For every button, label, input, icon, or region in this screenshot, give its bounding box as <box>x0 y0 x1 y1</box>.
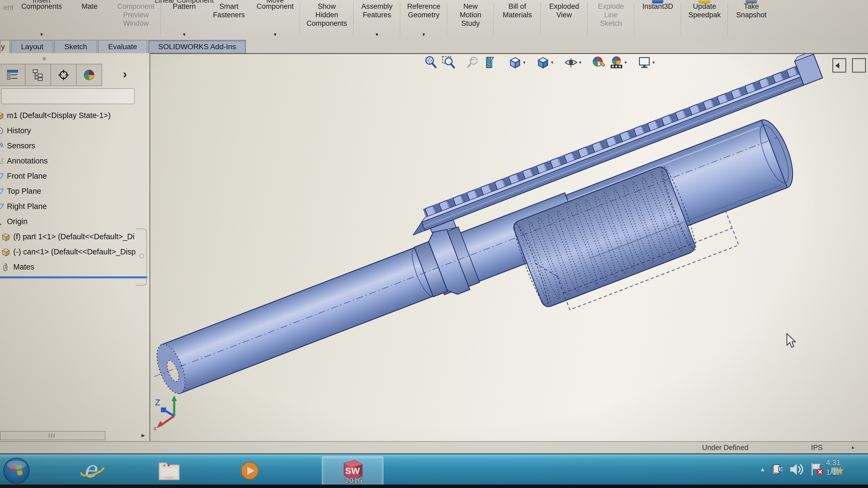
zoom-to-fit-button[interactable]: ▾ <box>424 56 438 69</box>
toolbar-button-mate[interactable]: Mate ▾ <box>67 0 112 39</box>
tree-item-front-plane[interactable]: Front Plane <box>0 168 150 184</box>
tree-item-right-plane[interactable]: Right Plane <box>0 199 150 214</box>
hidden-icons-arrow[interactable]: ▲ <box>760 466 765 473</box>
toolbar-separator[interactable]: ▾ <box>634 3 634 36</box>
restore-window-icon[interactable] <box>832 58 846 72</box>
toolbar-button-fragment[interactable]: ent ▾ <box>1 0 16 39</box>
toolbar-button-linear-component-pattern[interactable]: Linear Component Pattern ▾ <box>162 0 207 39</box>
featuremanager-tab[interactable] <box>0 64 26 86</box>
tree-item-top-plane[interactable]: Top Plane <box>0 184 150 199</box>
toolbar-button-component-preview-window[interactable]: Component Preview Window ▾ <box>112 0 160 39</box>
dropdown-arrow-icon[interactable]: ▾ <box>652 60 655 65</box>
toolbar-separator[interactable]: ▾ <box>494 3 494 36</box>
section-view-button[interactable]: ▾ <box>484 56 498 69</box>
dropdown-arrow-icon[interactable]: ▾ <box>624 60 627 65</box>
dropdown-arrow-icon[interactable]: ▾ <box>40 30 43 39</box>
panel-flyout-handle[interactable] <box>135 229 147 286</box>
hud-button-icon <box>484 56 498 69</box>
feature-tree: m1 (Default<Display State-1>) History Se… <box>0 108 150 274</box>
file-explorer-button[interactable] <box>157 456 184 485</box>
shotgun-assembly-model[interactable] <box>150 54 868 442</box>
dropdown-arrow-icon[interactable]: ▾ <box>274 30 277 39</box>
toolbar-button-show-hidden-components[interactable]: Show Hidden Components ▾ <box>301 0 352 39</box>
tab-layout[interactable]: Layout <box>11 40 54 53</box>
solidworks-taskbar-button[interactable]: SW 2016 <box>322 456 383 486</box>
speaker-icon[interactable] <box>790 462 805 476</box>
toolbar-button-label: Smart Fasteners <box>213 2 245 19</box>
tab-sketch[interactable]: Sketch <box>54 40 97 53</box>
dropdown-arrow-icon[interactable]: ▾ <box>183 30 186 39</box>
toolbar-button-bill-of-materials[interactable]: Bill of Materials ▾ <box>495 0 539 39</box>
toolbar-button-assembly-features[interactable]: Assembly Features ▾ <box>354 0 399 39</box>
edit-appearance-button[interactable]: ▾ <box>592 56 606 69</box>
tree-item-assembly-root[interactable]: m1 (Default<Display State-1>) <box>0 108 150 123</box>
configurationmanager-tab[interactable] <box>51 64 76 86</box>
toolbar-button-smart-fasteners[interactable]: Smart Fasteners ▾ <box>207 0 251 39</box>
display-style-button[interactable]: ▾ <box>536 56 553 69</box>
tree-item-sensors[interactable]: Sensors <box>0 138 150 153</box>
viewport-3d[interactable]: ▾ ▾ ▾ ▾ ▾ <box>150 53 868 441</box>
toolbar-button-move-component[interactable]: Move Component ▾ <box>251 0 299 39</box>
toolbar-button-instant3d[interactable]: Instant3D ▾ <box>635 0 680 39</box>
units-dropdown-arrow-icon[interactable]: ▴ <box>851 444 854 450</box>
action-center-flag-icon[interactable] <box>810 462 825 477</box>
tree-item-history[interactable]: History <box>0 123 150 138</box>
toolbar-button-reference-geometry[interactable]: Reference Geometry ▾ <box>401 0 446 39</box>
units-selector[interactable]: IPS <box>811 444 823 452</box>
propertymanager-tab[interactable] <box>26 64 51 86</box>
toolbar-button-insert-components[interactable]: Insert Components ▾ <box>16 0 67 39</box>
dropdown-arrow-icon[interactable]: ▾ <box>523 60 525 65</box>
hud-button-icon <box>466 56 480 69</box>
previous-view-button[interactable]: ▾ <box>466 56 480 69</box>
dropdown-arrow-icon[interactable]: ▾ <box>376 30 378 39</box>
toolbar-separator[interactable]: ▾ <box>400 3 401 36</box>
view-orientation-button[interactable]: ▾ <box>508 56 525 69</box>
view-settings-button[interactable]: ▾ <box>638 56 655 69</box>
tree-item-annotations[interactable]: Annotations <box>0 153 150 168</box>
tree-item-icon <box>0 126 4 135</box>
scrollbar-thumb[interactable] <box>0 431 105 440</box>
toolbar-separator[interactable]: ▾ <box>681 3 681 36</box>
toolbar-separator[interactable]: ▾ <box>540 3 541 36</box>
manager-tab-icon <box>7 69 18 81</box>
dropdown-arrow-icon[interactable]: ▾ <box>579 60 581 65</box>
taskbar-clock[interactable]: 4:31 1/11/ <box>826 458 847 477</box>
tree-item-origin[interactable]: Origin <box>0 214 150 229</box>
dropdown-arrow-icon[interactable]: ▾ <box>423 30 425 39</box>
start-button[interactable] <box>3 456 30 485</box>
toolbar-separator[interactable]: ▾ <box>447 3 447 36</box>
toolbar-separator[interactable]: ▾ <box>727 3 728 36</box>
toolbar-separator[interactable]: ▾ <box>161 3 161 36</box>
toolbar-separator[interactable]: ▾ <box>300 3 300 36</box>
toolbar-button-take-snapshot[interactable]: Take Snapshot ▾ <box>729 0 774 39</box>
tree-filter-input[interactable] <box>1 88 134 104</box>
tree-item-part1[interactable]: (f) part 1<1> (Default<<Default>_Di <box>0 229 150 244</box>
toolbar-button-update-speedpak[interactable]: Update Speedpak ▾ <box>682 0 727 39</box>
tab-assembly-partial[interactable]: y <box>0 40 10 53</box>
dropdown-arrow-icon[interactable]: ▾ <box>551 60 553 65</box>
scrollbar-right-arrow-icon[interactable]: ▸ <box>142 431 145 440</box>
toolbar-button-explode-line-sketch[interactable]: Explode Line Sketch ▾ <box>589 0 633 39</box>
tab-solidworks-add-ins[interactable]: SOLIDWORKS Add-Ins <box>148 40 246 53</box>
toolbar-separator[interactable]: ▾ <box>587 3 588 36</box>
displaymanager-tab[interactable] <box>76 64 102 86</box>
tree-item-mates[interactable]: Mates <box>0 259 150 274</box>
panel-expand-arrow[interactable]: › <box>123 65 127 83</box>
internet-explorer-button[interactable]: e <box>80 456 105 485</box>
tree-item-icon <box>0 217 4 226</box>
hide-show-items-button[interactable]: ▾ <box>564 56 581 69</box>
rollback-bar[interactable] <box>0 276 147 278</box>
toolbar-separator[interactable]: ▾ <box>353 3 354 36</box>
tree-item-can[interactable]: (-) can<1> (Default<<Default>_Disp <box>0 244 150 259</box>
zoom-to-area-button[interactable]: ▾ <box>442 56 456 69</box>
toolbar-button-exploded-view[interactable]: Exploded View ▾ <box>542 0 586 39</box>
panel-horizontal-scrollbar[interactable]: ▸ <box>0 431 150 440</box>
tab-evaluate[interactable]: Evaluate <box>98 40 147 53</box>
apply-scene-button[interactable]: ▾ <box>610 56 627 69</box>
media-player-button[interactable] <box>239 456 260 485</box>
maximize-window-icon[interactable] <box>852 58 866 72</box>
tree-item-label: Annotations <box>7 157 48 165</box>
toolbar-button-new-motion-study[interactable]: New Motion Study ▾ <box>448 0 493 39</box>
panel-collapse-dot[interactable] <box>42 57 46 60</box>
power-plug-icon[interactable] <box>771 462 784 476</box>
